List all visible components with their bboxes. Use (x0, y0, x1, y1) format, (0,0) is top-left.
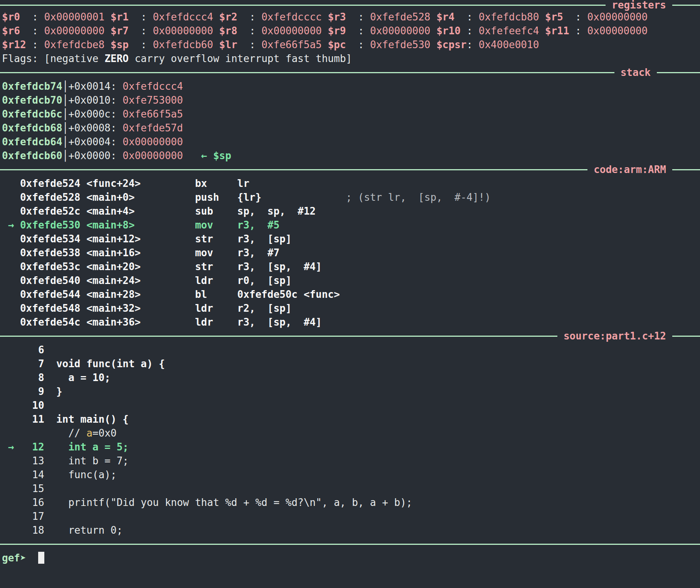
source-row: 9 } (0, 385, 700, 398)
stack-section-title: stack (621, 66, 651, 79)
prompt-label: gef➤ (2, 552, 26, 564)
divider-line (0, 169, 587, 170)
flags-row: Flags: [negative ZERO carry overflow int… (0, 52, 700, 66)
source-row: → 12 int a = 5; (0, 440, 700, 454)
prompt-divider (0, 537, 700, 551)
divider-line (0, 544, 700, 545)
source-row: 18 return 0; (0, 523, 700, 537)
divider-line (0, 336, 557, 337)
source-row: 6 (0, 343, 700, 357)
code-row: 0xfefde534 <main+12> str r3, [sp] (0, 232, 700, 246)
code-row: 0xfefde544 <main+28> bl 0xfefde50c <func… (0, 287, 700, 301)
stack-row: 0xfefdcb64│+0x0004: 0x00000000 (0, 135, 700, 149)
code-row: 0xfefde538 <main+16> mov r3, #7 (0, 246, 700, 260)
stack-row: 0xfefdcb70│+0x0010: 0xfe753000 (0, 93, 700, 107)
stack-row: 0xfefdcb68│+0x0008: 0xfefde57d (0, 121, 700, 135)
divider-line (657, 72, 700, 73)
gef-terminal: { "registers": { "title": "registers", "… (0, 0, 700, 588)
source-section-header: source:part1.c+12 (0, 329, 700, 343)
source-row: 15 (0, 482, 700, 496)
divider-line (672, 336, 700, 337)
terminal-cursor[interactable] (38, 552, 44, 564)
source-panel: 6 7 void func(int a) { 8 a = 10; 9 } 10 … (0, 343, 700, 537)
code-section-title: code:arm:ARM (594, 163, 666, 176)
source-row: // a=0x0 (0, 426, 700, 440)
source-row: 16 printf("Did you know that %d + %d = %… (0, 496, 700, 509)
code-section-header: code:arm:ARM (0, 163, 700, 176)
register-row: $r6 : 0x00000000 $r7 : 0x00000000 $r8 : … (0, 24, 700, 38)
divider-line (0, 5, 606, 6)
code-row: 0xfefde528 <main+0> push {lr} ; (str lr,… (0, 190, 700, 204)
code-panel: 0xfefde524 <func+24> bx lr 0xfefde528 <m… (0, 176, 700, 329)
source-section-title: source:part1.c+12 (564, 329, 666, 343)
code-row: 0xfefde524 <func+24> bx lr (0, 176, 700, 190)
stack-row: 0xfefdcb60│+0x0000: 0x00000000 ← $sp (0, 149, 700, 163)
stack-section-header: stack (0, 66, 700, 79)
source-row: 10 (0, 398, 700, 412)
stack-row: 0xfefdcb6c│+0x000c: 0xfe66f5a5 (0, 107, 700, 121)
code-row: 0xfefde52c <main+4> sub sp, sp, #12 (0, 204, 700, 218)
code-row: 0xfefde53c <main+20> str r3, [sp, #4] (0, 260, 700, 274)
code-row: 0xfefde540 <main+24> ldr r0, [sp] (0, 274, 700, 287)
prompt-spacer (26, 552, 38, 564)
register-row: $r0 : 0x00000001 $r1 : 0xfefdccc4 $r2 : … (0, 10, 700, 24)
prompt-row[interactable]: gef➤ (0, 551, 700, 565)
source-row: 13 int b = 7; (0, 454, 700, 468)
register-row: $r12 : 0xfefdcbe8 $sp : 0xfefdcb60 $lr :… (0, 38, 700, 52)
code-row: → 0xfefde530 <main+8> mov r3, #5 (0, 218, 700, 232)
code-row: 0xfefde54c <main+36> ldr r3, [sp, #4] (0, 315, 700, 329)
code-row: 0xfefde548 <main+32> ldr r2, [sp] (0, 301, 700, 315)
stack-row: 0xfefdcb74│+0x0014: 0xfefdccc4 (0, 79, 700, 93)
divider-line (0, 72, 614, 73)
source-row: 8 a = 10; (0, 371, 700, 385)
divider-line (672, 5, 700, 6)
registers-section-header: registers (0, 0, 700, 10)
source-row: 17 (0, 509, 700, 523)
source-row: 14 func(a); (0, 468, 700, 482)
registers-panel: $r0 : 0x00000001 $r1 : 0xfefdccc4 $r2 : … (0, 10, 700, 66)
stack-panel: 0xfefdcb74│+0x0014: 0xfefdccc40xfefdcb70… (0, 79, 700, 163)
source-row: 11 int main() { (0, 412, 700, 426)
source-row: 7 void func(int a) { (0, 357, 700, 371)
divider-line (672, 169, 700, 170)
